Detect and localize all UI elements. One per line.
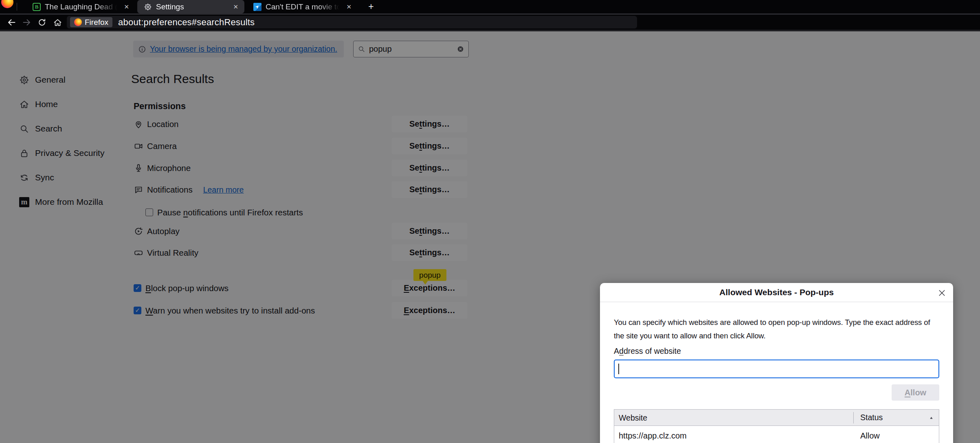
tab-separator [17,3,17,11]
tab-the-laughing-dead[interactable]: B The Laughing Dead (198 ✕ [21,0,134,13]
table-header-row: Website Status [614,410,939,426]
close-icon [937,288,947,298]
back-button[interactable] [6,17,18,28]
address-of-website-label: Address of website [614,347,681,356]
text-caret [618,364,619,374]
tab-close-icon[interactable]: ✕ [123,3,130,11]
website-cell: https://app.clz.com [614,431,854,441]
forward-button[interactable] [20,17,33,28]
reload-button[interactable] [36,17,48,28]
tab-title: Settings [156,2,232,11]
settings-gear-favicon [144,3,152,11]
table-row[interactable]: https://app.clz.com Allow [614,426,939,443]
tab-title: The Laughing Dead (198 [45,2,119,11]
tab-cant-edit-movie[interactable]: ➤ Can't EDIT a movie to up ✕ [248,0,357,13]
url-bar[interactable]: Firefox about:preferences#searchResults [67,16,637,29]
dialog-close-button[interactable] [935,287,948,299]
website-column-header[interactable]: Website [614,412,854,423]
sort-ascending-icon [929,415,934,421]
allowed-websites-table: Website Status https://app.clz.com Allow [614,409,939,443]
firefox-app-icon [1,0,13,8]
allowed-websites-popups-dialog: Allowed Websites - Pop-ups You can speci… [600,283,953,443]
allow-button[interactable]: Allow [892,384,939,401]
status-cell: Allow [854,431,880,441]
navigation-toolbar: Firefox about:preferences#searchResults [0,15,980,30]
tab-favicon-arrow-icon: ➤ [253,3,261,11]
dialog-title: Allowed Websites - Pop-ups [600,283,953,302]
tab-close-icon[interactable]: ✕ [345,3,353,11]
home-button[interactable] [51,17,64,28]
tab-favicon-b-icon: B [33,3,41,11]
tab-close-icon[interactable]: ✕ [232,3,240,11]
firefox-logo-icon [74,18,82,26]
dialog-description: You can specify which websites are allow… [614,316,940,342]
firefox-identity-chip[interactable]: Firefox [70,17,112,27]
tab-bar: B The Laughing Dead (198 ✕ Settings ✕ ➤ … [0,0,980,13]
url-text: about:preferences#searchResults [118,17,255,28]
tab-settings[interactable]: Settings ✕ [137,0,244,13]
new-tab-button[interactable]: + [365,1,377,12]
chip-label: Firefox [85,18,108,27]
address-of-website-input[interactable] [614,360,939,378]
status-column-header[interactable]: Status [854,413,939,422]
tab-title: Can't EDIT a movie to up [266,2,342,11]
